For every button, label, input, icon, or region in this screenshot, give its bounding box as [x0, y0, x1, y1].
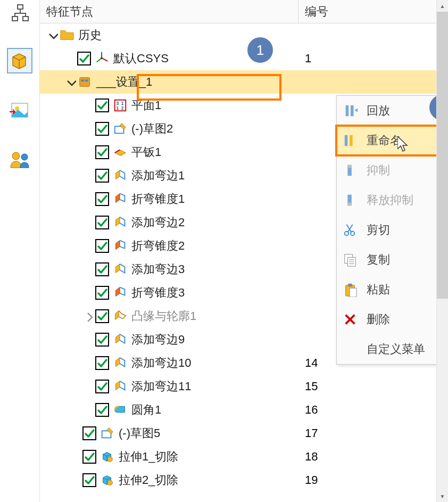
visibility-checkbox[interactable]	[95, 356, 109, 370]
menu-item-custom[interactable]: 自定义菜单	[337, 334, 448, 364]
node-label: 默认CSYS	[113, 51, 169, 67]
node-label: 折弯锥度1	[131, 191, 185, 207]
menu-label: 重命名	[367, 133, 402, 149]
vertical-scrollbar[interactable]: ▲ ▼	[436, 0, 448, 502]
bend-icon	[112, 355, 128, 371]
paste-icon	[342, 282, 358, 298]
icon-sidebar	[0, 0, 40, 502]
menu-item-copy[interactable]: 复制	[337, 245, 448, 275]
visibility-checkbox[interactable]	[95, 380, 109, 393]
menu-item-delete[interactable]: 删除	[337, 305, 448, 334]
visibility-checkbox[interactable]	[95, 192, 109, 206]
tree-row[interactable]: 历史	[40, 23, 448, 47]
menu-label: 回放	[367, 103, 390, 119]
visibility-checkbox[interactable]	[95, 262, 109, 276]
menu-item-release: 释放抑制	[337, 185, 448, 215]
bend-icon	[112, 332, 128, 348]
visibility-checkbox[interactable]	[95, 145, 109, 159]
visibility-checkbox[interactable]	[82, 426, 96, 440]
node-label: 平面1	[131, 97, 161, 113]
suppress-icon	[342, 162, 358, 178]
menu-label: 自定义菜单	[367, 341, 425, 357]
visibility-checkbox[interactable]	[95, 403, 109, 417]
bend-icon	[112, 215, 128, 231]
tree-row[interactable]: 添加弯边1115	[40, 375, 448, 398]
node-number: 17	[298, 422, 448, 445]
tree-row[interactable]: (-)草图517	[40, 422, 448, 445]
bend-icon	[112, 261, 128, 277]
node-label: 拉伸2_切除	[119, 472, 178, 488]
scroll-up-button[interactable]: ▲	[437, 0, 448, 12]
tree-row[interactable]: 默认CSYS1	[40, 47, 448, 70]
cut-icon	[342, 222, 358, 238]
expander-icon[interactable]	[82, 310, 95, 323]
tree-row[interactable]: 圆角116	[40, 398, 448, 422]
hierarchy-icon[interactable]	[0, 0, 39, 24]
node-label: 添加弯边10	[131, 355, 191, 371]
node-label: (-)草图5	[119, 425, 160, 441]
visibility-checkbox[interactable]	[95, 216, 109, 229]
visibility-checkbox[interactable]	[95, 98, 109, 112]
node-number: 18	[298, 445, 448, 468]
image-icon[interactable]	[7, 97, 32, 123]
menu-item-suppress: 抑制	[337, 155, 448, 185]
node-number	[298, 70, 448, 94]
node-label: 拉伸1_切除	[119, 449, 178, 465]
expander-icon[interactable]	[46, 29, 59, 42]
header-feature-node[interactable]: 特征节点	[40, 0, 298, 23]
tree-row[interactable]: 拉伸2_切除19	[40, 468, 448, 492]
plane-icon	[112, 97, 128, 113]
taper-icon	[112, 285, 128, 301]
flat-icon	[112, 144, 128, 160]
flange-icon	[112, 308, 128, 324]
visibility-checkbox[interactable]	[95, 309, 109, 323]
taper-icon	[112, 238, 128, 254]
node-number: 19	[298, 468, 448, 492]
visibility-checkbox[interactable]	[95, 122, 109, 136]
node-number	[298, 23, 448, 47]
visibility-checkbox[interactable]	[77, 52, 91, 65]
scroll-thumb[interactable]	[437, 12, 448, 299]
bend-icon	[112, 168, 128, 184]
header-number[interactable]: 编号	[298, 0, 448, 23]
csys-icon	[94, 51, 110, 67]
scroll-down-button[interactable]: ▼	[437, 490, 448, 502]
menu-label: 复制	[367, 252, 390, 268]
taper-icon	[112, 191, 128, 207]
context-menu: 回放重命名抑制释放抑制剪切复制粘贴删除自定义菜单	[336, 95, 448, 365]
menu-label: 粘贴	[367, 282, 390, 298]
node-label: 平钣1	[131, 144, 161, 160]
blank-icon	[342, 341, 358, 357]
menu-label: 删除	[367, 311, 390, 327]
extrude-icon	[99, 472, 115, 488]
visibility-checkbox[interactable]	[95, 286, 109, 300]
menu-item-rename[interactable]: 重命名	[337, 126, 448, 155]
node-label: 添加弯边1	[131, 168, 185, 184]
node-label: ___设置_1	[96, 74, 152, 90]
fillet-icon	[112, 402, 128, 418]
visibility-checkbox[interactable]	[95, 333, 109, 347]
node-number: 15	[298, 375, 448, 398]
tree-row[interactable]: ___设置_1	[40, 70, 448, 94]
node-label: 凸缘与轮廓1	[131, 308, 196, 324]
visibility-checkbox[interactable]	[82, 473, 96, 487]
menu-item-cut[interactable]: 剪切	[337, 215, 448, 245]
rename-icon	[342, 133, 358, 149]
playback-icon	[342, 103, 358, 119]
visibility-checkbox[interactable]	[95, 169, 109, 183]
menu-item-paste[interactable]: 粘贴	[337, 275, 448, 305]
sketch-icon	[112, 121, 128, 137]
tree-row[interactable]: 拉伸1_切除18	[40, 445, 448, 468]
menu-label: 抑制	[367, 162, 390, 178]
cube-icon[interactable]	[7, 48, 32, 73]
expander-icon[interactable]	[64, 76, 77, 88]
node-label: 添加弯边11	[131, 378, 191, 394]
visibility-checkbox[interactable]	[95, 239, 109, 253]
scroll-track[interactable]	[437, 12, 448, 490]
sketch-icon	[99, 425, 115, 441]
visibility-checkbox[interactable]	[82, 450, 96, 464]
menu-item-playback[interactable]: 回放	[337, 96, 448, 126]
people-icon[interactable]	[7, 147, 32, 172]
extrude-icon	[99, 449, 115, 465]
bend-icon	[112, 378, 128, 394]
